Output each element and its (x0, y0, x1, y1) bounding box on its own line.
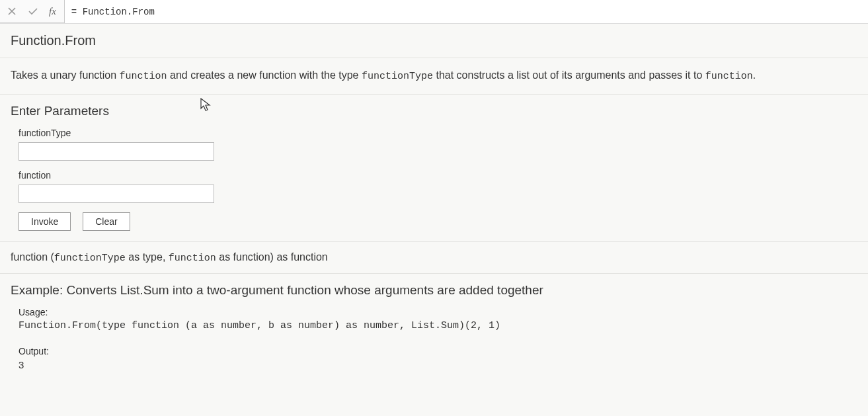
clear-button[interactable]: Clear (83, 212, 130, 231)
title-section: Function.From (0, 24, 868, 58)
formula-input[interactable] (65, 0, 868, 23)
function-input[interactable] (19, 185, 214, 203)
sig-part: as function) as function (216, 251, 328, 263)
desc-part: that constructs a list out of its argume… (433, 69, 705, 81)
fx-label: fx (48, 6, 59, 17)
invoke-button[interactable]: Invoke (19, 212, 71, 231)
confirm-icon[interactable] (26, 5, 40, 18)
desc-part: and creates a new function with the type (167, 69, 362, 81)
description-section: Takes a unary function function and crea… (0, 58, 868, 95)
description-text: Takes a unary function function and crea… (11, 69, 756, 81)
sig-arg: function (169, 253, 216, 264)
example-title: Example: Converts List.Sum into a two-ar… (11, 283, 857, 298)
output-value: 3 (19, 359, 857, 370)
content-area: Function.From Takes a unary function fun… (0, 24, 868, 380)
output-label: Output: (19, 346, 857, 356)
desc-code: function (705, 71, 753, 82)
function-title: Function.From (11, 33, 857, 48)
desc-code: function (120, 71, 167, 82)
formula-bar-controls: fx (0, 0, 65, 23)
desc-part: . (753, 69, 756, 81)
sig-part: function ( (11, 251, 54, 263)
sig-arg: functionType (54, 253, 126, 264)
button-row: Invoke Clear (19, 212, 857, 231)
desc-part: Takes a unary function (11, 69, 120, 81)
sig-part: as type, (126, 251, 169, 263)
cancel-icon[interactable] (5, 5, 19, 18)
usage-label: Usage: (19, 307, 857, 317)
parameters-section: Enter Parameters functionType function I… (0, 95, 868, 242)
example-body: Usage: Function.From(type function (a as… (19, 307, 857, 370)
signature-text: function (functionType as type, function… (11, 251, 328, 263)
param-group-function: function (19, 170, 857, 203)
usage-code: Function.From(type function (a as number… (19, 320, 857, 331)
signature-section: function (functionType as type, function… (0, 242, 868, 274)
parameters-heading: Enter Parameters (11, 104, 857, 118)
formula-bar: fx (0, 0, 868, 24)
functiontype-input[interactable] (19, 142, 214, 161)
param-label-functiontype: functionType (19, 128, 857, 138)
example-section: Example: Converts List.Sum into a two-ar… (0, 274, 868, 380)
desc-code: functionType (362, 71, 433, 82)
param-group-functiontype: functionType (19, 128, 857, 161)
param-label-function: function (19, 170, 857, 181)
